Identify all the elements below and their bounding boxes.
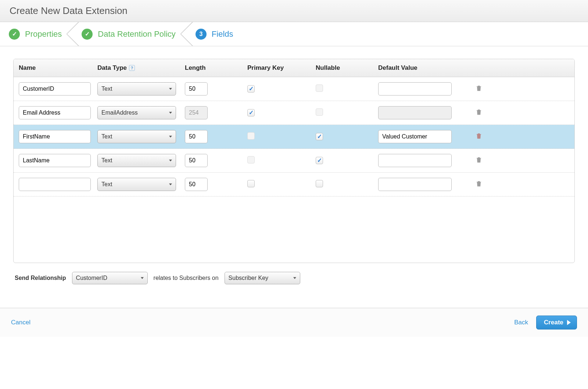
delete-row-icon[interactable]: [475, 135, 483, 141]
field-length-input[interactable]: [185, 154, 208, 167]
header-data-type: Data Type ?: [97, 64, 185, 72]
nullable-checkbox: [316, 108, 323, 116]
header-nullable: Nullable: [316, 64, 378, 72]
relationship-field-value: CustomerID: [76, 275, 107, 281]
header-primary-key: Primary Key: [247, 64, 316, 72]
field-type-select[interactable]: Text: [97, 178, 176, 191]
step-label: Properties: [25, 29, 62, 39]
field-length-input: [185, 106, 208, 119]
field-name-input[interactable]: [19, 106, 91, 119]
field-name-input[interactable]: [19, 130, 91, 143]
field-row: Text: [14, 77, 574, 101]
nullable-checkbox[interactable]: [316, 157, 323, 164]
modal-footer: Cancel Back Create: [0, 308, 588, 337]
default-value-input[interactable]: [378, 82, 452, 96]
check-icon: ✓: [82, 29, 93, 40]
send-relationship-row: Send Relationship CustomerID relates to …: [13, 263, 575, 286]
field-length-input[interactable]: [185, 82, 208, 96]
default-value-input[interactable]: [378, 130, 452, 143]
cancel-button[interactable]: Cancel: [11, 319, 31, 326]
relationship-middle-text: relates to Subscribers on: [154, 275, 219, 281]
relationship-target-select[interactable]: Subscriber Key: [225, 272, 300, 284]
field-name-input[interactable]: [19, 154, 91, 167]
modal-header: Create New Data Extension: [0, 0, 588, 22]
field-type-value: Text: [101, 181, 112, 188]
field-type-value: EmailAddress: [101, 109, 138, 116]
delete-row-icon[interactable]: [475, 111, 483, 117]
default-value-input[interactable]: [378, 178, 452, 191]
nullable-checkbox[interactable]: [316, 133, 323, 140]
delete-row-icon[interactable]: [475, 159, 483, 165]
step-number-icon: 3: [196, 29, 207, 40]
primary-key-checkbox[interactable]: [247, 109, 255, 116]
relationship-target-value: Subscriber Key: [229, 275, 269, 281]
field-type-value: Text: [101, 157, 112, 164]
nullable-checkbox: [316, 84, 323, 92]
field-row: Text: [14, 149, 574, 173]
field-type-value: Text: [101, 133, 112, 140]
field-type-select[interactable]: Text: [97, 154, 176, 167]
arrow-right-icon: [567, 320, 571, 325]
field-row: EmailAddress: [14, 101, 574, 125]
send-relationship-label: Send Relationship: [15, 275, 66, 281]
fields-grid: Name Data Type ? Length Primary Key Null…: [13, 59, 575, 263]
header-default-value: Default Value: [378, 64, 471, 72]
field-length-input[interactable]: [185, 130, 208, 143]
field-name-input[interactable]: [19, 178, 91, 191]
header-length: Length: [185, 64, 247, 72]
primary-key-checkbox: [247, 156, 255, 163]
primary-key-checkbox[interactable]: [247, 85, 255, 93]
wizard-steps: ✓ Properties ✓ Data Retention Policy 3 F…: [0, 22, 588, 46]
help-icon[interactable]: ?: [129, 65, 135, 71]
field-length-input[interactable]: [185, 178, 208, 191]
modal-title: Create New Data Extension: [10, 5, 578, 17]
field-type-select[interactable]: Text: [97, 130, 176, 143]
delete-row-icon[interactable]: [475, 87, 483, 93]
field-type-select[interactable]: Text: [97, 82, 176, 96]
relationship-field-select[interactable]: CustomerID: [72, 272, 148, 284]
grid-header-row: Name Data Type ? Length Primary Key Null…: [14, 59, 574, 77]
create-button[interactable]: Create: [536, 316, 577, 329]
default-value-input[interactable]: [378, 154, 452, 167]
delete-row-icon[interactable]: [475, 183, 483, 189]
primary-key-checkbox[interactable]: [247, 180, 255, 187]
step-label: Fields: [212, 29, 233, 39]
primary-key-checkbox: [247, 132, 255, 140]
field-row: Text: [14, 125, 574, 149]
field-type-value: Text: [101, 86, 112, 92]
wizard-step-fields[interactable]: 3 Fields: [187, 22, 244, 46]
wizard-step-properties[interactable]: ✓ Properties: [0, 22, 73, 46]
header-name: Name: [17, 64, 97, 72]
check-icon: ✓: [9, 29, 20, 40]
create-button-label: Create: [544, 319, 563, 326]
field-row: Text: [14, 173, 574, 197]
header-data-type-label: Data Type: [97, 64, 127, 72]
grid-spacer: [14, 197, 574, 263]
content-area: Name Data Type ? Length Primary Key Null…: [0, 46, 588, 293]
nullable-checkbox[interactable]: [316, 180, 323, 187]
wizard-step-retention[interactable]: ✓ Data Retention Policy: [73, 22, 187, 46]
step-label: Data Retention Policy: [98, 29, 176, 39]
field-name-input[interactable]: [19, 82, 91, 96]
back-button[interactable]: Back: [514, 319, 528, 326]
default-value-input: [378, 106, 452, 119]
field-type-select[interactable]: EmailAddress: [97, 106, 176, 119]
